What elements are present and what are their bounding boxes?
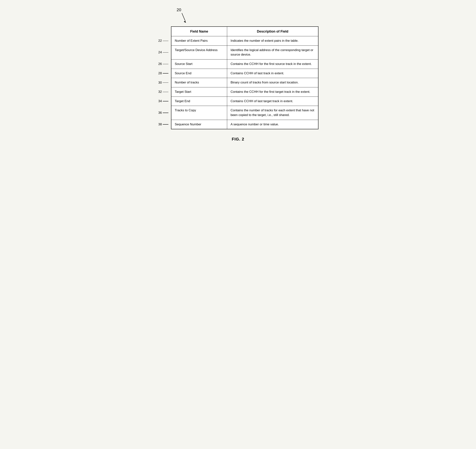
description-cell: Contains the CCHH for the first source t… bbox=[227, 59, 318, 69]
field-name-cell: Tracks to Copy bbox=[171, 106, 227, 120]
field-name-cell: Source Start bbox=[171, 59, 227, 69]
row-number-entry: 28 bbox=[158, 71, 169, 75]
row-number-entry: 24 bbox=[158, 51, 169, 54]
figure-label: FIG. 2 bbox=[232, 137, 244, 142]
row-id: 24 bbox=[158, 51, 162, 54]
row-id: 30 bbox=[158, 81, 162, 85]
page-container: 20 Field Name Description of Field bbox=[158, 7, 318, 142]
row-number-entry: 30 bbox=[158, 81, 169, 85]
svg-line-0 bbox=[182, 13, 185, 21]
row-number-entry: 32 bbox=[158, 90, 169, 94]
header-description: Description of Field bbox=[227, 27, 318, 36]
row-id: 26 bbox=[158, 62, 162, 66]
field-name-cell: Number of tracks bbox=[171, 78, 227, 87]
field-name-cell: Number of Extent Pairs bbox=[171, 36, 227, 46]
row-dash bbox=[163, 64, 168, 64]
description-cell: Identifies the logical address of the co… bbox=[227, 45, 318, 59]
header-field-name: Field Name bbox=[171, 27, 227, 36]
table-row: Target End Contains CCHH of last target … bbox=[171, 97, 318, 106]
row-id: 22 bbox=[158, 39, 162, 43]
row-numbers-column bbox=[158, 25, 171, 36]
row-id: 38 bbox=[158, 123, 162, 126]
field-name-cell: Sequence Number bbox=[171, 120, 227, 129]
table-row: Source Start Contains the CCHH for the f… bbox=[171, 59, 318, 69]
svg-marker-1 bbox=[184, 21, 186, 23]
description-cell: Contains CCHH of last target track in ex… bbox=[227, 97, 318, 106]
row-dash bbox=[163, 41, 168, 41]
description-cell: Contains the number of tracks for each e… bbox=[227, 106, 318, 120]
table-row: Target/Source Device Address Identifies … bbox=[171, 45, 318, 59]
row-dash bbox=[163, 73, 168, 74]
table-row: Sequence Number A sequence number or tim… bbox=[171, 120, 318, 129]
table-row: Number of Extent Pairs Indicates the num… bbox=[171, 36, 318, 46]
field-name-cell: Target Start bbox=[171, 87, 227, 97]
row-id: 36 bbox=[158, 111, 162, 115]
arrow-icon bbox=[178, 13, 189, 23]
description-cell: Contains the CCHH for the first target t… bbox=[227, 87, 318, 97]
row-number-entry: 36 bbox=[158, 111, 169, 115]
description-cell: Indicates the number of extent pairs in … bbox=[227, 36, 318, 46]
row-id: 32 bbox=[158, 90, 162, 94]
description-cell: A sequence number or time value. bbox=[227, 120, 318, 129]
diagram-number-label: 20 bbox=[177, 7, 181, 12]
description-cell: Contains CCHH of last track in extent. bbox=[227, 69, 318, 78]
row-id: 34 bbox=[158, 99, 162, 103]
data-table: Field Name Description of Field Number o… bbox=[171, 26, 318, 129]
row-id: 28 bbox=[158, 71, 162, 75]
table-row: Number of tracks Binary count of tracks … bbox=[171, 78, 318, 87]
row-number-entry: 26 bbox=[158, 62, 169, 66]
table-row: Source End Contains CCHH of last track i… bbox=[171, 69, 318, 78]
row-dash bbox=[163, 113, 168, 113]
description-cell: Binary count of tracks from source start… bbox=[227, 78, 318, 87]
row-number-entry: 34 bbox=[158, 99, 169, 103]
row-number-entry: 22 bbox=[158, 39, 169, 43]
row-dash bbox=[163, 124, 168, 125]
row-dash bbox=[163, 83, 168, 83]
table-row: Target Start Contains the CCHH for the f… bbox=[171, 87, 318, 97]
row-dash bbox=[163, 101, 168, 101]
row-dash bbox=[163, 92, 168, 92]
field-name-cell: Source End bbox=[171, 69, 227, 78]
table-row: Tracks to Copy Contains the number of tr… bbox=[171, 106, 318, 120]
field-name-cell: Target End bbox=[171, 97, 227, 106]
field-name-cell: Target/Source Device Address bbox=[171, 45, 227, 59]
row-number-entry: 38 bbox=[158, 123, 169, 126]
row-dash bbox=[163, 52, 168, 53]
